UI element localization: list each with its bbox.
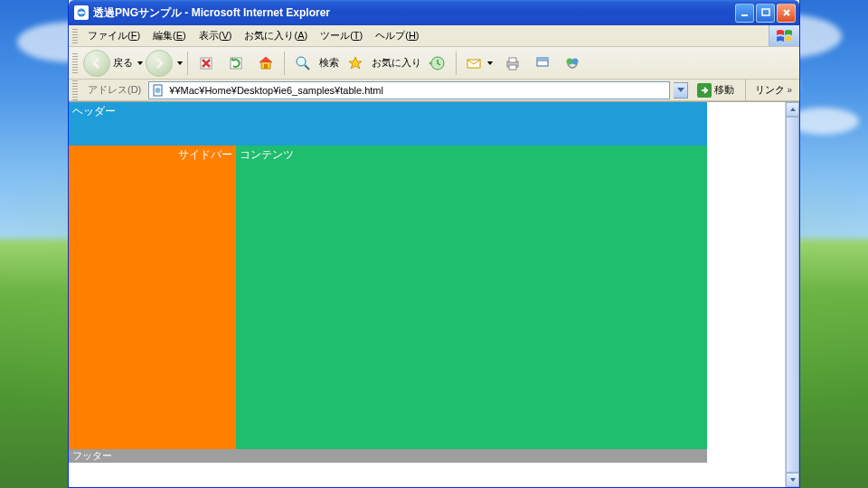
scroll-up-button[interactable] bbox=[786, 102, 799, 117]
address-bar: アドレス(D) 移動 リンク » bbox=[69, 80, 799, 101]
forward-dropdown[interactable] bbox=[177, 61, 183, 65]
go-button[interactable]: 移動 bbox=[692, 81, 740, 99]
toolbar: 戻る 検索 お気に入り bbox=[69, 47, 799, 80]
page-viewport[interactable]: ヘッダー サイドバー コンテンツ フッター bbox=[69, 102, 785, 487]
titlebar[interactable]: 透過PNGサンプル - Microsoft Internet Explorer bbox=[69, 0, 799, 25]
back-button[interactable] bbox=[83, 50, 110, 77]
svg-point-6 bbox=[297, 57, 306, 66]
search-button[interactable] bbox=[289, 50, 316, 77]
address-label: アドレス(D) bbox=[84, 83, 145, 97]
page-content: コンテンツ bbox=[236, 145, 707, 449]
menu-file[interactable]: ファイル(F) bbox=[81, 26, 146, 45]
page-sidebar: サイドバー bbox=[69, 145, 236, 449]
go-arrow-icon bbox=[697, 83, 712, 98]
print-button[interactable] bbox=[499, 50, 526, 77]
svg-point-14 bbox=[567, 58, 573, 64]
windows-flag-icon bbox=[769, 25, 799, 46]
favorites-label: お気に入り bbox=[372, 56, 421, 70]
svg-rect-10 bbox=[509, 58, 516, 62]
svg-rect-5 bbox=[264, 64, 268, 69]
content-area: ヘッダー サイドバー コンテンツ フッター bbox=[69, 101, 799, 487]
menu-help[interactable]: ヘルプ(H) bbox=[369, 26, 425, 45]
history-button[interactable] bbox=[424, 50, 451, 77]
toolbar-grip-icon[interactable] bbox=[72, 29, 78, 43]
menu-favorites[interactable]: お気に入り(A) bbox=[238, 26, 314, 45]
ie-page-icon bbox=[74, 5, 89, 20]
svg-rect-11 bbox=[509, 65, 516, 70]
minimize-button[interactable] bbox=[735, 4, 754, 23]
links-button[interactable]: リンク » bbox=[751, 83, 796, 97]
menu-view[interactable]: 表示(V) bbox=[193, 26, 239, 45]
address-input[interactable] bbox=[169, 85, 667, 96]
svg-point-15 bbox=[572, 58, 579, 64]
refresh-button[interactable] bbox=[222, 50, 250, 77]
search-label: 検索 bbox=[319, 56, 339, 70]
favorites-button[interactable] bbox=[342, 50, 369, 77]
forward-button[interactable] bbox=[146, 50, 173, 77]
close-button[interactable] bbox=[777, 4, 796, 23]
toolbar-grip-icon[interactable] bbox=[72, 53, 78, 73]
address-field[interactable] bbox=[148, 81, 670, 99]
mail-button[interactable] bbox=[461, 50, 496, 77]
menubar: ファイル(F) 編集(E) 表示(V) お気に入り(A) ツール(T) ヘルプ(… bbox=[69, 25, 799, 47]
menu-tools[interactable]: ツール(T) bbox=[314, 26, 369, 45]
vertical-scrollbar[interactable] bbox=[785, 102, 799, 487]
toolbar-grip-icon[interactable] bbox=[72, 80, 78, 100]
page-layout-table: ヘッダー サイドバー コンテンツ フッター bbox=[69, 102, 707, 463]
home-button[interactable] bbox=[252, 50, 279, 77]
back-label: 戻る bbox=[113, 56, 133, 70]
svg-point-17 bbox=[156, 88, 161, 93]
svg-rect-13 bbox=[537, 58, 548, 61]
messenger-button[interactable] bbox=[559, 50, 586, 77]
page-header: ヘッダー bbox=[69, 102, 707, 145]
address-dropdown[interactable] bbox=[674, 82, 688, 99]
window-title: 透過PNGサンプル - Microsoft Internet Explorer bbox=[93, 5, 735, 21]
go-label: 移動 bbox=[714, 83, 734, 97]
svg-rect-1 bbox=[741, 14, 748, 16]
page-icon bbox=[151, 83, 165, 98]
chevron-right-icon: » bbox=[787, 85, 792, 95]
svg-rect-2 bbox=[762, 9, 769, 15]
edit-button[interactable] bbox=[529, 50, 556, 77]
ie-window: 透過PNGサンプル - Microsoft Internet Explorer … bbox=[68, 0, 800, 488]
menu-edit[interactable]: 編集(E) bbox=[146, 26, 193, 45]
maximize-button[interactable] bbox=[756, 4, 775, 23]
stop-button[interactable] bbox=[193, 50, 220, 77]
scrollbar-track[interactable] bbox=[786, 117, 799, 473]
scrollbar-thumb[interactable] bbox=[786, 117, 799, 473]
page-footer: フッター bbox=[69, 449, 707, 463]
back-dropdown[interactable] bbox=[137, 61, 143, 65]
scroll-down-button[interactable] bbox=[786, 473, 799, 487]
